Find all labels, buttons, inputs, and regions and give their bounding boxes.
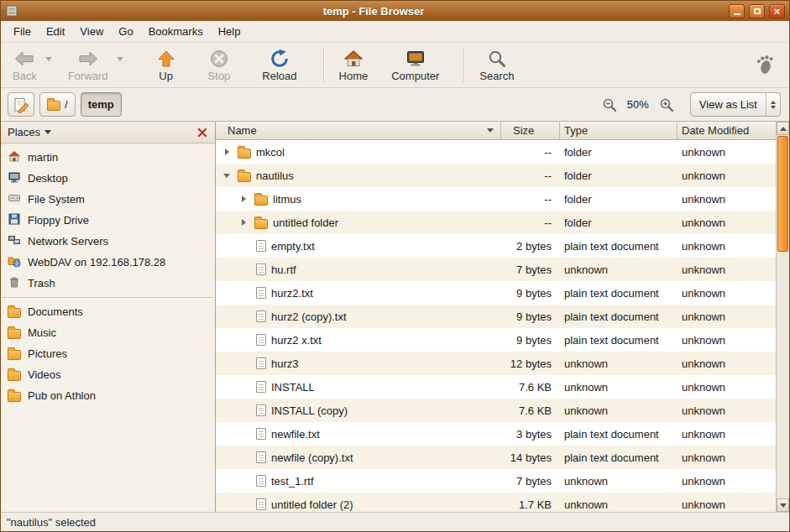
expander-spacer bbox=[238, 357, 249, 369]
scroll-up-button[interactable] bbox=[777, 122, 789, 135]
sidebar-item-filesystem[interactable]: File System bbox=[1, 189, 215, 210]
chevron-down-icon bbox=[117, 57, 123, 61]
sort-indicator-icon[interactable] bbox=[487, 128, 494, 133]
table-row[interactable]: newfile.txt 3 bytes plain text document … bbox=[216, 422, 776, 446]
up-button[interactable]: Up bbox=[149, 46, 183, 84]
menu-file[interactable]: File bbox=[6, 21, 39, 42]
file-type: unknown bbox=[560, 381, 678, 394]
file-name: hurz3 bbox=[271, 357, 299, 370]
menu-help[interactable]: Help bbox=[211, 21, 249, 42]
column-header-type[interactable]: Type bbox=[560, 122, 678, 140]
column-label: Date Modified bbox=[682, 124, 749, 137]
table-row[interactable]: untitled folder (2) 1.7 KB unknown unkno… bbox=[216, 493, 776, 512]
expander-icon[interactable] bbox=[238, 216, 249, 228]
edit-location-button[interactable] bbox=[8, 92, 34, 117]
reload-button[interactable]: Reload bbox=[255, 46, 303, 84]
expander-icon[interactable] bbox=[238, 193, 249, 205]
table-row[interactable]: untitled folder -- folder unknown bbox=[216, 211, 776, 234]
scroll-down-button[interactable] bbox=[777, 498, 789, 512]
file-type: unknown bbox=[560, 357, 678, 370]
table-row[interactable]: hurz2 (copy).txt 9 bytes plain text docu… bbox=[216, 305, 776, 328]
maximize-icon bbox=[754, 8, 761, 14]
table-row[interactable]: empty.txt 2 bytes plain text document un… bbox=[216, 234, 776, 258]
back-button[interactable]: Back bbox=[6, 46, 44, 84]
table-row[interactable]: hurz3 12 bytes unknown unknown bbox=[216, 352, 776, 375]
sidebar-item-label: Desktop bbox=[28, 172, 68, 185]
table-row[interactable]: hurz2 x.txt 9 bytes plain text document … bbox=[216, 328, 776, 352]
file-modified: unknown bbox=[678, 334, 776, 347]
close-button[interactable]: × bbox=[769, 4, 785, 18]
home-button[interactable]: Home bbox=[332, 46, 375, 84]
stop-button[interactable]: Stop bbox=[201, 46, 238, 84]
throbber-gnome-foot-icon bbox=[756, 55, 774, 76]
table-row[interactable]: test_1.rtf 7 bytes unknown unknown bbox=[216, 469, 776, 493]
close-sidebar-button[interactable] bbox=[195, 125, 210, 140]
maximize-button[interactable] bbox=[749, 4, 765, 18]
search-button[interactable]: Search bbox=[473, 46, 521, 84]
column-label: Type bbox=[564, 124, 588, 137]
titlebar[interactable]: temp - File Browser × bbox=[1, 1, 789, 21]
table-row[interactable]: hurz2.txt 9 bytes plain text document un… bbox=[216, 281, 776, 305]
floppy-icon bbox=[8, 212, 21, 228]
table-row[interactable]: INSTALL (copy) 7.6 KB unknown unknown bbox=[216, 399, 776, 422]
folder-icon bbox=[8, 329, 21, 339]
places-dropdown[interactable]: Places bbox=[8, 126, 51, 138]
column-header-size[interactable]: Size bbox=[501, 122, 560, 140]
sidebar-item-music[interactable]: Music bbox=[1, 322, 215, 343]
menu-bookmarks[interactable]: Bookmarks bbox=[141, 21, 211, 42]
sidebar-item-floppy[interactable]: Floppy Drive bbox=[1, 210, 215, 231]
up-icon bbox=[156, 49, 176, 69]
expander-icon[interactable] bbox=[221, 146, 233, 158]
sidebar-item-trash[interactable]: Trash bbox=[1, 273, 215, 294]
forward-button[interactable]: Forward bbox=[61, 46, 115, 84]
back-history-dropdown[interactable] bbox=[44, 50, 55, 70]
sidebar-item-pub[interactable]: Pub on Athlon bbox=[1, 385, 215, 406]
forward-history-dropdown[interactable] bbox=[115, 50, 126, 70]
path-button-current[interactable]: temp bbox=[81, 92, 122, 117]
view-mode-select[interactable]: View as List bbox=[690, 92, 781, 117]
computer-button[interactable]: Computer bbox=[385, 46, 446, 84]
sidebar-item-desktop[interactable]: Desktop bbox=[1, 168, 215, 189]
sidebar-item-videos[interactable]: Videos bbox=[1, 364, 215, 385]
sidebar-item-home[interactable]: martin bbox=[1, 147, 215, 168]
minimize-button[interactable] bbox=[729, 4, 745, 18]
menu-go[interactable]: Go bbox=[111, 21, 140, 42]
sidebar-item-label: Pictures bbox=[28, 347, 67, 360]
table-row[interactable]: mkcol -- folder unknown bbox=[216, 140, 776, 164]
places-header: Places bbox=[1, 122, 215, 143]
menu-edit[interactable]: Edit bbox=[39, 21, 72, 42]
file-modified: unknown bbox=[678, 263, 776, 276]
sidebar-item-pictures[interactable]: Pictures bbox=[1, 343, 215, 364]
status-text: "nautilus" selected bbox=[7, 516, 96, 529]
column-header-date-modified[interactable]: Date Modified bbox=[678, 122, 776, 140]
table-row-selected[interactable]: nautilus -- folder unknown bbox=[216, 164, 776, 187]
table-row[interactable]: litmus -- folder unknown bbox=[216, 187, 776, 211]
vertical-scrollbar[interactable] bbox=[776, 122, 789, 512]
zoom-in-button[interactable] bbox=[657, 95, 677, 115]
status-bar: "nautilus" selected bbox=[1, 512, 789, 531]
expander-spacer bbox=[238, 404, 249, 416]
sidebar-item-webdav[interactable]: WebDAV on 192.168.178.28 bbox=[1, 252, 215, 273]
table-row[interactable]: newfile (copy).txt 14 bytes plain text d… bbox=[216, 446, 776, 469]
file-name: untitled folder (2) bbox=[271, 498, 353, 511]
file-size: 3 bytes bbox=[501, 428, 560, 441]
column-header-name[interactable]: Name bbox=[216, 122, 501, 140]
places-sidebar: Places martin Desktop File Sy bbox=[1, 122, 216, 512]
sidebar-item-documents[interactable]: Documents bbox=[1, 301, 215, 322]
file-name: newfile.txt bbox=[271, 428, 320, 441]
expander-icon[interactable] bbox=[221, 170, 233, 181]
home-icon bbox=[343, 49, 364, 69]
zoom-out-button[interactable] bbox=[599, 95, 620, 115]
scrollbar-thumb[interactable] bbox=[777, 136, 788, 252]
expander-spacer bbox=[238, 428, 249, 440]
file-name: INSTALL (copy) bbox=[271, 404, 348, 417]
path-button-root[interactable]: / bbox=[39, 92, 76, 117]
file-name: mkcol bbox=[256, 146, 285, 159]
file-type: folder bbox=[560, 193, 678, 206]
table-row[interactable]: INSTALL 7.6 KB unknown unknown bbox=[216, 375, 776, 399]
menu-view[interactable]: View bbox=[72, 21, 111, 42]
expander-spacer bbox=[238, 498, 249, 510]
table-row[interactable]: hu.rtf 7 bytes unknown unknown bbox=[216, 258, 776, 281]
file-modified: unknown bbox=[678, 146, 776, 159]
sidebar-item-network[interactable]: Network Servers bbox=[1, 231, 215, 252]
